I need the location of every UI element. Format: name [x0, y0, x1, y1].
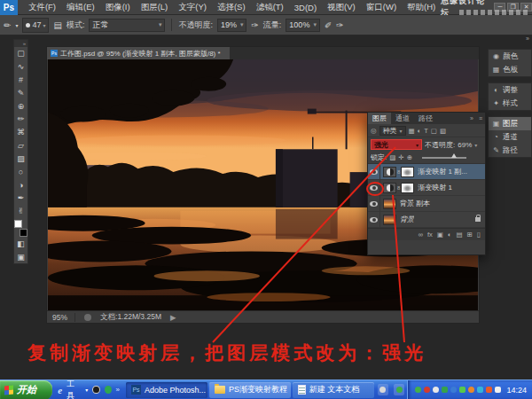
- filter-pixel-icon[interactable]: ▦: [409, 127, 415, 135]
- opacity-slider[interactable]: [422, 157, 466, 159]
- layer-name[interactable]: 背景 副本: [400, 199, 430, 208]
- panel-button-channels[interactable]: ◔ 通道: [489, 130, 531, 144]
- layer-blend-mode-select[interactable]: 强光 ▾: [371, 139, 422, 150]
- panel-menu-icon[interactable]: ≡: [476, 113, 485, 124]
- brush-tool[interactable]: ✏: [14, 113, 27, 126]
- filter-type-icon[interactable]: T: [424, 127, 428, 135]
- new-group-icon[interactable]: ▤: [456, 231, 462, 239]
- layer-opacity-value[interactable]: 69%: [458, 141, 472, 149]
- filter-shape-icon[interactable]: ▢: [431, 127, 437, 135]
- task-button-photoshop[interactable]: Ps Adobe Photosh...: [126, 382, 207, 398]
- menu-view[interactable]: 视图(V): [322, 2, 361, 13]
- internet-explorer-icon[interactable]: e: [58, 385, 62, 395]
- eraser-tool[interactable]: ▱: [14, 139, 27, 153]
- tray-icon-9[interactable]: [486, 387, 492, 393]
- tray-icon-10[interactable]: [495, 387, 501, 393]
- pressure-size-icon[interactable]: ✑: [336, 20, 343, 30]
- panel-button-layers[interactable]: ▣ 图层: [489, 117, 531, 130]
- quick-launch-recycle-icon[interactable]: [105, 386, 112, 394]
- new-layer-icon[interactable]: ⊞: [467, 231, 473, 239]
- start-button[interactable]: 开始: [0, 380, 52, 399]
- opacity-select[interactable]: 19% ▾: [217, 19, 247, 32]
- quick-launch-overflow-icon[interactable]: »: [116, 386, 120, 394]
- panel-collapse-icon[interactable]: »: [467, 113, 476, 124]
- airbrush-icon[interactable]: ✐: [325, 20, 332, 30]
- zoom-level-field[interactable]: 95%: [52, 313, 75, 322]
- quick-launch-app-icon[interactable]: [92, 386, 99, 394]
- taskbar-extra-icon-2[interactable]: [394, 384, 404, 395]
- dodge-tool[interactable]: ◑: [14, 178, 27, 192]
- delete-layer-icon[interactable]: ▯: [477, 231, 481, 239]
- dock-collapse-icon[interactable]: »: [488, 35, 532, 43]
- tray-icon-6[interactable]: [459, 387, 466, 393]
- layer-row-gradient-map-copy[interactable]: 8 渐变映射 1 副...: [368, 164, 485, 180]
- menu-window[interactable]: 窗口(W): [361, 2, 402, 13]
- menu-image[interactable]: 图像(I): [100, 2, 136, 13]
- lock-transparency-icon[interactable]: ▨: [389, 153, 395, 161]
- link-layers-icon[interactable]: ∞: [419, 231, 423, 239]
- layer-style-icon[interactable]: fx: [427, 231, 433, 239]
- filter-adjustment-icon[interactable]: ◐: [418, 127, 422, 135]
- visibility-toggle[interactable]: [368, 212, 380, 227]
- clone-stamp-tool[interactable]: ⌘: [14, 126, 27, 139]
- tray-icon-7[interactable]: [468, 387, 474, 393]
- new-adjustment-icon[interactable]: ◐: [448, 231, 452, 239]
- layer-thumbnail[interactable]: [383, 215, 396, 225]
- tools-dropdown-icon[interactable]: ▾: [85, 387, 88, 393]
- menu-file[interactable]: 文件(F): [23, 2, 61, 13]
- layer-row-background-copy[interactable]: 背景 副本: [368, 196, 485, 212]
- opacity-dropdown-icon[interactable]: ▾: [474, 142, 477, 148]
- layer-row-gradient-map[interactable]: 8 渐变映射 1: [368, 180, 485, 196]
- layer-mask-thumbnail[interactable]: [401, 183, 414, 193]
- adjustment-layer-thumbnail[interactable]: [383, 183, 396, 193]
- pen-tool[interactable]: ✒: [14, 192, 27, 205]
- visibility-toggle[interactable]: [368, 180, 380, 195]
- lock-all-icon[interactable]: ⊕: [407, 153, 412, 161]
- task-button-text-document[interactable]: 新建 文本文档: [293, 382, 374, 398]
- lasso-tool[interactable]: ∿: [14, 60, 27, 74]
- healing-brush-tool[interactable]: ⊕: [14, 99, 27, 113]
- adjustment-layer-thumbnail[interactable]: [383, 167, 396, 177]
- menu-type[interactable]: 文字(Y): [173, 2, 212, 13]
- brush-tool-icon[interactable]: ✏: [4, 20, 11, 30]
- menu-select[interactable]: 选择(S): [212, 2, 251, 13]
- tray-icon-2[interactable]: [424, 387, 430, 393]
- tray-icon-3[interactable]: [433, 387, 439, 393]
- visibility-toggle[interactable]: [368, 196, 380, 211]
- layer-name[interactable]: 背景: [400, 215, 414, 224]
- task-button-folder[interactable]: PS渐变映射教程: [209, 382, 291, 398]
- tray-icon-8[interactable]: [477, 387, 483, 393]
- flow-select[interactable]: 100% ▾: [286, 19, 320, 32]
- menu-3d[interactable]: 3D(D): [289, 3, 322, 12]
- panel-button-styles[interactable]: ✦ 样式: [489, 97, 531, 110]
- screen-mode-button[interactable]: ▣: [14, 250, 27, 263]
- tools-collapse-icon[interactable]: »: [14, 40, 27, 47]
- menu-help[interactable]: 帮助(H): [402, 2, 441, 13]
- document-tab[interactable]: Ps 工作图.psd @ 95% (渐变映射 1 副本, 图层蒙版/8) *: [47, 47, 230, 59]
- menu-filter[interactable]: 滤镜(T): [251, 2, 289, 13]
- pressure-opacity-icon[interactable]: ✑: [251, 20, 258, 30]
- color-swatches[interactable]: [14, 220, 27, 238]
- foreground-color-swatch[interactable]: [14, 220, 22, 228]
- taskbar-extra-icon-1[interactable]: [378, 384, 388, 395]
- visibility-toggle[interactable]: [368, 164, 380, 179]
- marquee-tool[interactable]: ▢: [14, 47, 27, 60]
- layer-row-background[interactable]: 背景: [368, 212, 485, 228]
- layer-thumbnail[interactable]: [383, 199, 396, 209]
- blur-tool[interactable]: ○: [14, 165, 27, 178]
- panel-button-swatches[interactable]: ▦ 色板: [489, 63, 531, 76]
- layer-name[interactable]: 渐变映射 1 副...: [418, 167, 467, 176]
- panel-button-paths[interactable]: ✎ 路径: [489, 144, 531, 157]
- quick-mask-button[interactable]: ◧: [14, 237, 27, 250]
- tool-preset-arrow-icon[interactable]: ▾: [15, 22, 18, 28]
- toggle-brush-panel-icon[interactable]: ▤: [53, 20, 61, 30]
- layer-name[interactable]: 渐变映射 1: [418, 183, 452, 192]
- tab-channels[interactable]: 通道: [391, 113, 414, 124]
- brush-preset-picker[interactable]: 47 ▾: [22, 18, 49, 33]
- tab-layers[interactable]: 图层: [368, 113, 391, 124]
- tab-paths[interactable]: 路径: [414, 113, 437, 124]
- layer-mask-thumbnail[interactable]: [401, 167, 414, 177]
- panel-button-adjustments[interactable]: ◐ 调整: [489, 83, 531, 97]
- tray-icon-5[interactable]: [450, 387, 457, 393]
- status-arrow-icon[interactable]: ▶: [170, 313, 176, 322]
